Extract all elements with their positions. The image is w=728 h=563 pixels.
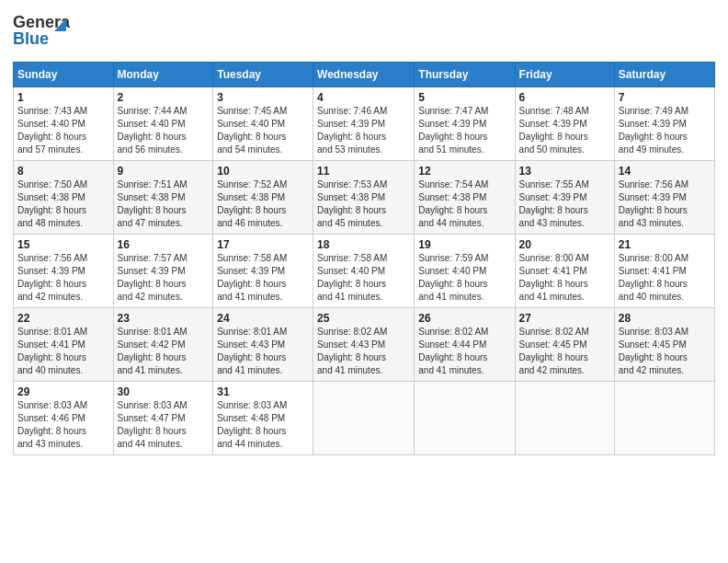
svg-text:Blue: Blue <box>13 29 49 48</box>
calendar-week-row: 8Sunrise: 7:50 AM Sunset: 4:38 PM Daylig… <box>14 161 715 235</box>
day-number: 11 <box>317 165 410 178</box>
day-number: 1 <box>17 91 109 104</box>
day-info: Sunrise: 8:01 AM Sunset: 4:41 PM Dayligh… <box>17 326 109 377</box>
calendar-week-row: 29Sunrise: 8:03 AM Sunset: 4:46 PM Dayli… <box>14 382 715 455</box>
calendar-cell: 1Sunrise: 7:43 AM Sunset: 4:40 PM Daylig… <box>14 87 114 161</box>
calendar-cell <box>415 382 515 455</box>
day-info: Sunrise: 7:56 AM Sunset: 4:39 PM Dayligh… <box>17 252 109 304</box>
calendar-cell: 11Sunrise: 7:53 AM Sunset: 4:38 PM Dayli… <box>313 161 415 235</box>
calendar-header-friday: Friday <box>515 63 614 87</box>
day-info: Sunrise: 7:54 AM Sunset: 4:38 PM Dayligh… <box>418 178 510 230</box>
day-info: Sunrise: 7:51 AM Sunset: 4:38 PM Dayligh… <box>118 178 210 230</box>
calendar-cell: 26Sunrise: 8:02 AM Sunset: 4:44 PM Dayli… <box>415 308 515 382</box>
calendar-cell: 9Sunrise: 7:51 AM Sunset: 4:38 PM Daylig… <box>113 161 213 235</box>
day-info: Sunrise: 8:00 AM Sunset: 4:41 PM Dayligh… <box>519 252 610 304</box>
day-number: 25 <box>317 312 410 325</box>
day-number: 6 <box>519 91 610 104</box>
calendar-header-thursday: Thursday <box>415 63 515 87</box>
calendar-cell: 20Sunrise: 8:00 AM Sunset: 4:41 PM Dayli… <box>515 235 614 308</box>
day-info: Sunrise: 8:01 AM Sunset: 4:42 PM Dayligh… <box>118 326 210 377</box>
calendar-cell <box>614 382 714 455</box>
day-number: 30 <box>118 385 210 398</box>
calendar-cell: 7Sunrise: 7:49 AM Sunset: 4:39 PM Daylig… <box>614 87 714 161</box>
day-number: 31 <box>217 385 309 398</box>
calendar-week-row: 1Sunrise: 7:43 AM Sunset: 4:40 PM Daylig… <box>14 87 715 161</box>
calendar-cell: 14Sunrise: 7:56 AM Sunset: 4:39 PM Dayli… <box>614 161 714 235</box>
calendar-header-sunday: Sunday <box>14 63 114 87</box>
day-number: 24 <box>217 312 309 325</box>
logo: General Blue <box>13 9 70 54</box>
calendar-cell: 22Sunrise: 8:01 AM Sunset: 4:41 PM Dayli… <box>14 308 114 382</box>
day-number: 27 <box>519 312 610 325</box>
calendar-cell: 28Sunrise: 8:03 AM Sunset: 4:45 PM Dayli… <box>614 308 714 382</box>
day-number: 18 <box>317 238 410 251</box>
day-number: 9 <box>118 165 210 178</box>
day-number: 3 <box>217 91 309 104</box>
day-number: 23 <box>118 312 210 325</box>
calendar-cell: 8Sunrise: 7:50 AM Sunset: 4:38 PM Daylig… <box>14 161 114 235</box>
header: General Blue <box>13 9 715 54</box>
day-info: Sunrise: 8:03 AM Sunset: 4:45 PM Dayligh… <box>619 326 711 377</box>
calendar-cell: 24Sunrise: 8:01 AM Sunset: 4:43 PM Dayli… <box>213 308 313 382</box>
day-info: Sunrise: 7:46 AM Sunset: 4:39 PM Dayligh… <box>317 105 410 156</box>
day-number: 15 <box>17 238 109 251</box>
calendar-cell: 12Sunrise: 7:54 AM Sunset: 4:38 PM Dayli… <box>415 161 515 235</box>
calendar-cell <box>313 382 415 455</box>
calendar-table: SundayMondayTuesdayWednesdayThursdayFrid… <box>13 62 715 455</box>
day-number: 19 <box>418 238 510 251</box>
day-info: Sunrise: 7:50 AM Sunset: 4:38 PM Dayligh… <box>17 178 109 230</box>
calendar-cell: 3Sunrise: 7:45 AM Sunset: 4:40 PM Daylig… <box>213 87 313 161</box>
day-info: Sunrise: 7:48 AM Sunset: 4:39 PM Dayligh… <box>519 105 610 156</box>
day-number: 10 <box>217 165 309 178</box>
day-info: Sunrise: 8:03 AM Sunset: 4:47 PM Dayligh… <box>118 399 210 451</box>
day-info: Sunrise: 7:49 AM Sunset: 4:39 PM Dayligh… <box>619 105 711 156</box>
day-info: Sunrise: 7:44 AM Sunset: 4:40 PM Dayligh… <box>118 105 210 156</box>
day-number: 2 <box>118 91 210 104</box>
day-info: Sunrise: 7:43 AM Sunset: 4:40 PM Dayligh… <box>17 105 109 156</box>
calendar-cell: 2Sunrise: 7:44 AM Sunset: 4:40 PM Daylig… <box>113 87 213 161</box>
day-info: Sunrise: 8:03 AM Sunset: 4:46 PM Dayligh… <box>17 399 109 451</box>
calendar-week-row: 22Sunrise: 8:01 AM Sunset: 4:41 PM Dayli… <box>14 308 715 382</box>
day-info: Sunrise: 8:03 AM Sunset: 4:48 PM Dayligh… <box>217 399 309 451</box>
calendar-cell: 17Sunrise: 7:58 AM Sunset: 4:39 PM Dayli… <box>213 235 313 308</box>
main-container: General Blue SundayMondayTuesdayWednesda… <box>0 0 728 465</box>
calendar-cell: 25Sunrise: 8:02 AM Sunset: 4:43 PM Dayli… <box>313 308 415 382</box>
day-info: Sunrise: 7:56 AM Sunset: 4:39 PM Dayligh… <box>619 178 711 230</box>
day-info: Sunrise: 7:53 AM Sunset: 4:38 PM Dayligh… <box>317 178 410 230</box>
day-info: Sunrise: 7:58 AM Sunset: 4:40 PM Dayligh… <box>317 252 410 304</box>
calendar-cell: 27Sunrise: 8:02 AM Sunset: 4:45 PM Dayli… <box>515 308 614 382</box>
day-info: Sunrise: 8:02 AM Sunset: 4:44 PM Dayligh… <box>418 326 510 377</box>
calendar-week-row: 15Sunrise: 7:56 AM Sunset: 4:39 PM Dayli… <box>14 235 715 308</box>
day-number: 5 <box>418 91 510 104</box>
calendar-cell: 15Sunrise: 7:56 AM Sunset: 4:39 PM Dayli… <box>14 235 114 308</box>
day-info: Sunrise: 7:45 AM Sunset: 4:40 PM Dayligh… <box>217 105 309 156</box>
day-number: 22 <box>17 312 109 325</box>
calendar-cell: 31Sunrise: 8:03 AM Sunset: 4:48 PM Dayli… <box>213 382 313 455</box>
day-info: Sunrise: 7:55 AM Sunset: 4:39 PM Dayligh… <box>519 178 610 230</box>
day-number: 13 <box>519 165 610 178</box>
day-info: Sunrise: 8:02 AM Sunset: 4:43 PM Dayligh… <box>317 326 410 377</box>
calendar-cell: 13Sunrise: 7:55 AM Sunset: 4:39 PM Dayli… <box>515 161 614 235</box>
day-number: 20 <box>519 238 610 251</box>
calendar-cell: 18Sunrise: 7:58 AM Sunset: 4:40 PM Dayli… <box>313 235 415 308</box>
day-number: 29 <box>17 385 109 398</box>
calendar-cell: 5Sunrise: 7:47 AM Sunset: 4:39 PM Daylig… <box>415 87 515 161</box>
day-number: 4 <box>317 91 410 104</box>
day-info: Sunrise: 7:59 AM Sunset: 4:40 PM Dayligh… <box>418 252 510 304</box>
day-number: 12 <box>418 165 510 178</box>
day-number: 17 <box>217 238 309 251</box>
day-number: 8 <box>17 165 109 178</box>
day-info: Sunrise: 7:47 AM Sunset: 4:39 PM Dayligh… <box>418 105 510 156</box>
day-number: 7 <box>619 91 711 104</box>
calendar-cell <box>515 382 614 455</box>
day-info: Sunrise: 8:01 AM Sunset: 4:43 PM Dayligh… <box>217 326 309 377</box>
day-number: 28 <box>619 312 711 325</box>
calendar-cell: 10Sunrise: 7:52 AM Sunset: 4:38 PM Dayli… <box>213 161 313 235</box>
day-info: Sunrise: 8:00 AM Sunset: 4:41 PM Dayligh… <box>619 252 711 304</box>
day-number: 21 <box>619 238 711 251</box>
calendar-cell: 29Sunrise: 8:03 AM Sunset: 4:46 PM Dayli… <box>14 382 114 455</box>
day-info: Sunrise: 7:57 AM Sunset: 4:39 PM Dayligh… <box>118 252 210 304</box>
calendar-header-tuesday: Tuesday <box>213 63 313 87</box>
calendar-cell: 23Sunrise: 8:01 AM Sunset: 4:42 PM Dayli… <box>113 308 213 382</box>
day-number: 14 <box>619 165 711 178</box>
